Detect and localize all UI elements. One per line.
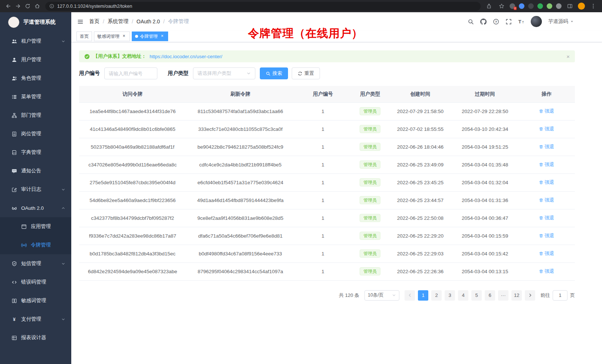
sidebar-item-error-code[interactable]: 错误码管理 bbox=[0, 273, 71, 291]
user-menu[interactable]: 芋道源码 bbox=[548, 18, 574, 25]
force-logout-button[interactable]: 强退 bbox=[539, 161, 554, 168]
sidebar-collapse-icon[interactable] bbox=[77, 19, 84, 25]
extensions-puzzle-icon[interactable]: 0 bbox=[510, 3, 515, 9]
user-type-select[interactable]: 请选择用户类型 bbox=[193, 67, 255, 79]
prev-page-button[interactable] bbox=[405, 290, 415, 301]
trash-icon bbox=[539, 180, 543, 185]
tab-close-icon[interactable]: × bbox=[160, 34, 165, 39]
browser-back-icon[interactable] bbox=[4, 2, 13, 11]
breadcrumb-item[interactable]: OAuth 2.0 bbox=[137, 19, 160, 24]
sidebar-item-report[interactable]: 报表设计器 bbox=[0, 328, 71, 347]
browser-menu-icon[interactable] bbox=[589, 2, 598, 11]
sidebar-item-sms[interactable]: 短信管理 bbox=[0, 254, 71, 273]
sidebar-item-role[interactable]: 角色管理 bbox=[0, 69, 71, 87]
user-icon bbox=[11, 57, 17, 63]
extension-badge: 0 bbox=[514, 7, 517, 10]
page-button-6[interactable]: 6 bbox=[485, 290, 495, 301]
force-logout-button[interactable]: 强退 bbox=[539, 232, 554, 239]
user-type-cell: 管理员 bbox=[351, 156, 389, 173]
sidebar-item-user[interactable]: 用户管理 bbox=[0, 50, 71, 69]
side-panel-icon[interactable] bbox=[565, 2, 574, 11]
extension-icon-green[interactable] bbox=[537, 3, 543, 9]
pager-ellipsis[interactable]: ··· bbox=[498, 290, 508, 301]
app-title: 芋道管理系统 bbox=[23, 19, 56, 26]
force-logout-button[interactable]: 强退 bbox=[539, 268, 554, 275]
sidebar-item-notice[interactable]: 通知公告 bbox=[0, 162, 71, 180]
trash-icon bbox=[539, 198, 543, 202]
bookmark-star-icon[interactable] bbox=[497, 2, 506, 11]
app-logo[interactable]: 芋道管理系统 bbox=[0, 12, 71, 32]
page-size-value: 10条/页 bbox=[368, 292, 383, 298]
sidebar-item-oauth2[interactable]: OAuth 2.0 bbox=[0, 199, 71, 217]
total-count: 共 120 条 bbox=[339, 292, 359, 299]
main-area: 首页/系统管理/OAuth 2.0/令牌管理 ? TT 芋道源码 首页敏感词管理… bbox=[71, 12, 602, 364]
reset-button[interactable]: 重置 bbox=[292, 67, 320, 79]
sidebar-item-oauth2-app[interactable]: 应用管理 bbox=[0, 217, 71, 236]
browser-forward-icon[interactable] bbox=[13, 2, 22, 11]
force-logout-button[interactable]: 强退 bbox=[539, 126, 554, 132]
page-button-5[interactable]: 5 bbox=[471, 290, 482, 301]
extension-icon-gray[interactable] bbox=[556, 3, 562, 9]
force-logout-button[interactable]: 强退 bbox=[539, 215, 554, 221]
site-info-icon[interactable] bbox=[49, 4, 54, 9]
force-logout-button[interactable]: 强退 bbox=[539, 179, 554, 186]
user-type-cell: 管理员 bbox=[351, 245, 389, 262]
next-page-button[interactable] bbox=[525, 290, 535, 301]
alert-close-icon[interactable]: × bbox=[566, 53, 570, 60]
browser-reload-icon[interactable] bbox=[23, 2, 32, 11]
tab-sensitive-word[interactable]: 敏感词管理× bbox=[94, 32, 130, 41]
breadcrumb-item[interactable]: 首页 bbox=[89, 18, 99, 25]
page-button-12[interactable]: 12 bbox=[511, 290, 522, 301]
tab-close-icon[interactable]: × bbox=[121, 34, 127, 39]
sidebar-item-dict[interactable]: 字典管理 bbox=[0, 143, 71, 162]
search-button[interactable]: 搜索 bbox=[260, 67, 288, 79]
goto-page-input[interactable] bbox=[553, 290, 567, 301]
sidebar-item-dept[interactable]: 部门管理 bbox=[0, 106, 71, 125]
extension-icon-blue[interactable] bbox=[519, 3, 524, 9]
sidebar-item-menu[interactable]: 菜单管理 bbox=[0, 87, 71, 106]
column-header: 刷新令牌 bbox=[186, 86, 294, 102]
sidebar-item-tenant[interactable]: 租户管理 bbox=[0, 32, 71, 50]
sidebar-item-oauth2-token[interactable]: 令牌管理 bbox=[0, 236, 71, 254]
page-button-4[interactable]: 4 bbox=[458, 290, 468, 301]
user-id-input[interactable] bbox=[104, 67, 157, 79]
extension-icons: 0 bbox=[510, 3, 562, 9]
expire-time-cell: 2054-03-04 00:13:15 bbox=[451, 262, 518, 280]
sidebar-item-sensitive-word[interactable]: 敏感词管理 bbox=[0, 291, 71, 310]
address-bar[interactable]: 127.0.0.1:1024/system/oauth2/token bbox=[45, 2, 481, 11]
sidebar-item-pay[interactable]: ¥支付管理 bbox=[0, 310, 71, 328]
user-type-cell: 管理员 bbox=[351, 262, 389, 280]
page-button-1[interactable]: 1 bbox=[418, 290, 428, 301]
browser-profile-avatar[interactable] bbox=[578, 3, 585, 10]
sidebar-item-label: OAuth 2.0 bbox=[21, 205, 44, 211]
fullscreen-icon[interactable] bbox=[506, 19, 512, 25]
share-icon[interactable] bbox=[484, 2, 493, 11]
search-icon[interactable] bbox=[468, 19, 474, 25]
force-logout-button[interactable]: 强退 bbox=[539, 143, 554, 150]
sidebar-item-post[interactable]: 岗位管理 bbox=[0, 125, 71, 143]
expire-time-cell: 2054-03-04 00:36:47 bbox=[451, 209, 518, 227]
extension-icon-dark[interactable] bbox=[528, 3, 534, 9]
goto-suffix: 页 bbox=[570, 292, 575, 299]
page-button-2[interactable]: 2 bbox=[431, 290, 442, 301]
breadcrumb-item[interactable]: 系统管理 bbox=[108, 18, 128, 25]
sidebar-item-audit-log[interactable]: 审计日志 bbox=[0, 180, 71, 199]
force-logout-button[interactable]: 强退 bbox=[539, 197, 554, 203]
user-avatar[interactable] bbox=[531, 16, 542, 27]
github-icon[interactable] bbox=[480, 19, 487, 25]
created-time-cell: 2022-06-25 22:26:36 bbox=[389, 262, 451, 280]
app-icon bbox=[21, 224, 27, 229]
refresh-token-cell: dfa6c71a50a54c66bef706ef9e6e8d81 bbox=[186, 227, 294, 245]
page-button-3[interactable]: 3 bbox=[445, 290, 455, 301]
force-logout-button[interactable]: 强退 bbox=[539, 250, 554, 257]
browser-home-icon[interactable] bbox=[33, 2, 42, 11]
force-logout-button[interactable]: 强退 bbox=[539, 108, 554, 115]
extension-icon-lightgreen[interactable] bbox=[547, 3, 552, 9]
font-size-icon[interactable]: TT bbox=[518, 19, 524, 25]
tab-home[interactable]: 首页 bbox=[76, 32, 92, 41]
user-type-badge: 管理员 bbox=[360, 178, 380, 186]
page-size-select[interactable]: 10条/页 bbox=[364, 290, 399, 301]
doc-link[interactable]: https://doc.iocoder.cn/user-center/ bbox=[150, 54, 222, 59]
tab-token[interactable]: 令牌管理× bbox=[132, 32, 168, 41]
help-icon[interactable]: ? bbox=[493, 19, 499, 25]
